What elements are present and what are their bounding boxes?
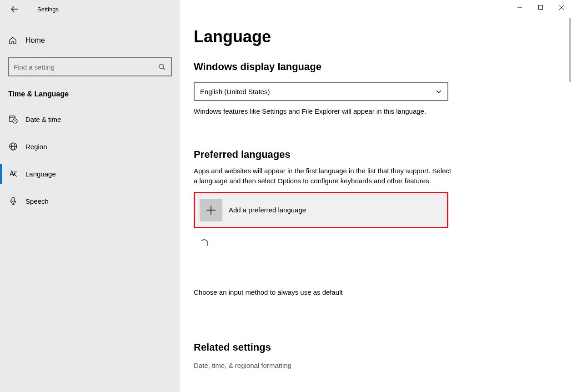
minimize-button[interactable] — [509, 0, 530, 15]
window-controls — [509, 0, 572, 15]
add-preferred-language-button[interactable]: Add a preferred language — [194, 192, 448, 228]
maximize-icon — [538, 5, 543, 10]
sidebar-item-label: Region — [25, 143, 47, 151]
svg-rect-12 — [539, 5, 543, 10]
display-language-value: English (United States) — [200, 88, 270, 95]
home-label: Home — [25, 36, 45, 45]
search-icon — [157, 63, 166, 70]
back-button[interactable] — [8, 3, 21, 15]
svg-line-1 — [163, 68, 165, 70]
sidebar-item-label: Speech — [25, 197, 49, 205]
sidebar-item-speech[interactable]: Speech — [0, 187, 180, 215]
scrollbar[interactable] — [569, 18, 571, 82]
back-arrow-icon — [11, 5, 18, 13]
display-language-desc: Windows features like Settings and File … — [194, 106, 439, 117]
home-icon — [8, 36, 17, 45]
svg-point-0 — [159, 64, 164, 69]
globe-icon — [8, 142, 18, 151]
app-title: Settings — [37, 6, 59, 13]
microphone-icon — [8, 196, 18, 206]
display-language-dropdown[interactable]: English (United States) — [194, 82, 448, 101]
related-settings-item[interactable]: Date, time, & regional formatting — [194, 362, 572, 369]
display-language-title: Windows display language — [194, 61, 572, 73]
search-input[interactable] — [14, 63, 157, 71]
page-title: Language — [194, 27, 572, 46]
add-preferred-language-label: Add a preferred language — [229, 206, 306, 214]
category-title: Time & Language — [0, 76, 180, 106]
sidebar-item-label: Date & time — [25, 116, 61, 123]
loading-spinner — [200, 239, 208, 247]
calendar-clock-icon — [8, 115, 18, 124]
svg-rect-8 — [12, 197, 15, 202]
main-content: Language Windows display language Englis… — [180, 0, 572, 392]
titlebar: Settings — [0, 0, 180, 18]
sidebar-item-language[interactable]: Language — [0, 160, 180, 187]
input-method-link[interactable]: Choose an input method to always use as … — [194, 288, 572, 296]
close-icon — [559, 5, 564, 10]
maximize-button[interactable] — [530, 0, 551, 15]
preferred-languages-desc: Apps and websites will appear in the fir… — [194, 166, 453, 186]
chevron-down-icon — [436, 88, 442, 95]
minimize-icon — [517, 5, 522, 10]
sidebar-item-date-time[interactable]: Date & time — [0, 106, 180, 133]
sidebar: Settings Home Time & Language Date & tim… — [0, 0, 180, 392]
plus-icon — [200, 199, 222, 221]
home-nav[interactable]: Home — [0, 31, 180, 50]
related-settings-title: Related settings — [194, 342, 572, 353]
language-icon — [8, 169, 18, 178]
search-box[interactable] — [8, 57, 172, 76]
preferred-languages-title: Preferred languages — [194, 149, 572, 161]
sidebar-item-region[interactable]: Region — [0, 133, 180, 160]
close-button[interactable] — [551, 0, 572, 15]
sidebar-item-label: Language — [25, 170, 56, 178]
